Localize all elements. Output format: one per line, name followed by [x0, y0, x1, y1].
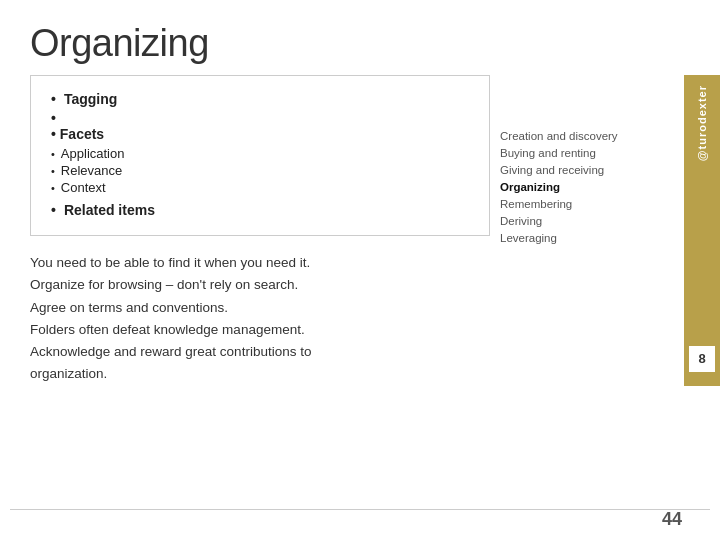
body-line-3: Agree on terms and conventions.: [30, 297, 490, 319]
body-text: You need to be able to find it when you …: [30, 252, 490, 386]
right-sidebar: Creation and discovery Buying and rentin…: [500, 75, 690, 386]
sidebar-menu: Creation and discovery Buying and rentin…: [500, 125, 690, 249]
body-line-1: You need to be able to find it when you …: [30, 252, 490, 274]
right-edge-decoration: @turodexter 8: [684, 75, 720, 386]
left-panel: Tagging • Facets Application Relevance C…: [30, 75, 490, 386]
bullet-tagging: Tagging: [51, 91, 469, 107]
sidebar-item-buying[interactable]: Buying and renting: [500, 147, 690, 159]
body-line-2: Organize for browsing – don't rely on se…: [30, 274, 490, 296]
sidebar-item-organizing[interactable]: Organizing: [500, 181, 690, 193]
bullet-facets: • Facets Application Relevance Context: [51, 110, 469, 199]
sidebar-item-remembering[interactable]: Remembering: [500, 198, 690, 210]
bullet-box: Tagging • Facets Application Relevance C…: [30, 75, 490, 236]
divider: [10, 509, 710, 510]
sidebar-item-creation[interactable]: Creation and discovery: [500, 130, 690, 142]
sidebar-item-giving[interactable]: Giving and receiving: [500, 164, 690, 176]
sub-context: Context: [51, 180, 124, 195]
bullet-related-items: Related items: [51, 202, 469, 218]
footer-page-number: 44: [662, 509, 682, 530]
sidebar-item-leveraging[interactable]: Leveraging: [500, 232, 690, 244]
twitter-handle: @turodexter: [696, 85, 708, 161]
body-line-6: organization.: [30, 363, 490, 385]
body-line-5: Acknowledge and reward great contributio…: [30, 341, 490, 363]
sub-application: Application: [51, 146, 124, 161]
page-badge: 8: [689, 346, 715, 372]
sidebar-item-deriving[interactable]: Deriving: [500, 215, 690, 227]
body-line-4: Folders often defeat knowledge managemen…: [30, 319, 490, 341]
page-title: Organizing: [0, 0, 720, 75]
sub-relevance: Relevance: [51, 163, 124, 178]
